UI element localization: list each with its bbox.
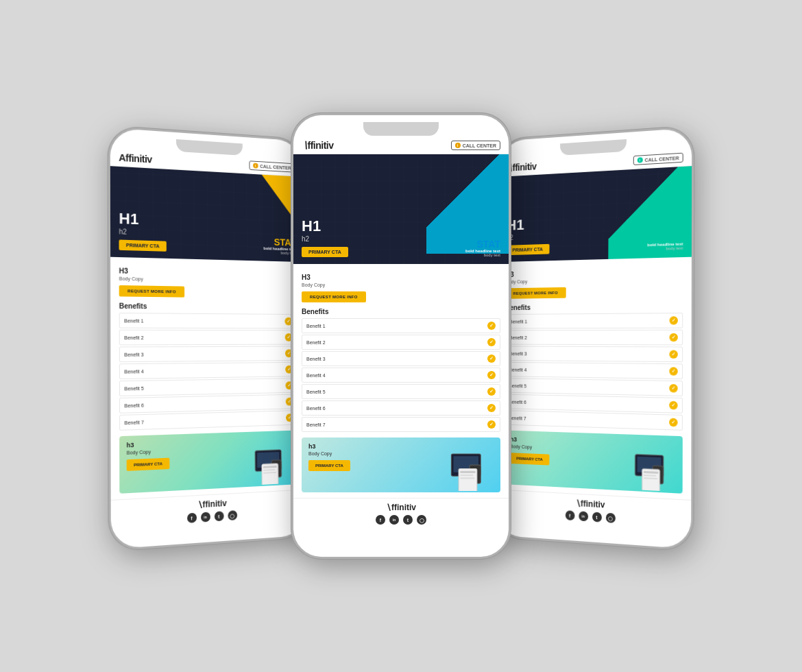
benefit-row: Benefit 3✓	[119, 346, 297, 363]
linkedin-icon[interactable]: in	[201, 512, 210, 522]
call-badge-center: i CALL CENTER	[451, 141, 500, 150]
screen-right: ∖ffinitiv i CALL CENTER H1 h2 Primary CT…	[495, 128, 692, 549]
benefit-row: Benefit 4✓	[302, 368, 500, 383]
phones-container: Affinitiv i CALL CENTER H1 h2 Primary CT…	[24, 113, 778, 559]
hero-stat-right: STAT bold headline text body text	[647, 232, 683, 251]
check-icon: ✓	[487, 338, 496, 346]
logo-right: ∖ffinitiv	[507, 161, 537, 173]
check-icon: ✓	[487, 322, 496, 330]
hero-cta-center[interactable]: Primary CTA	[302, 247, 348, 257]
linkedin-icon[interactable]: in	[389, 515, 399, 525]
screen-content-right: ∖ffinitiv i CALL CENTER H1 h2 Primary CT…	[495, 128, 692, 549]
check-icon: ✓	[670, 316, 678, 324]
benefit-row: Benefit 1✓	[505, 313, 683, 328]
hero-h1-right: H1	[507, 217, 550, 233]
content-right: H3 Body Copy REQUEST MORE INFO Benefits …	[496, 257, 692, 500]
hero-center: H1 h2 Primary CTA STAT bold headline tex…	[293, 154, 509, 264]
facebook-icon[interactable]: f	[565, 510, 574, 520]
twitter-icon[interactable]: t	[214, 511, 223, 521]
request-btn-right[interactable]: REQUEST MORE INFO	[505, 287, 566, 299]
check-icon: ✓	[669, 367, 677, 376]
hero-text-center: H1 h2 Primary CTA	[302, 219, 348, 257]
benefit-row: Benefit 5✓	[119, 378, 297, 396]
facebook-icon[interactable]: f	[187, 513, 197, 523]
phone-right: ∖ffinitiv i CALL CENTER H1 h2 Primary CT…	[493, 125, 694, 551]
bottom-cta-center: h3 Body Copy Primary CTA	[302, 437, 500, 492]
benefit-row: Benefit 5✓	[302, 384, 500, 399]
hero-text-left: H1 h2 Primary CTA	[119, 211, 166, 252]
devices-svg-left	[252, 442, 297, 485]
svg-rect-13	[460, 477, 474, 479]
benefit-row: Benefit 7✓	[119, 410, 298, 431]
stat-body-center: body text	[465, 253, 500, 257]
benefit-row: Benefit 3✓	[505, 346, 683, 363]
call-icon-center: i	[455, 143, 461, 148]
benefits-right: Benefits Benefit 1✓ Benefit 2✓ Benefit 3…	[504, 302, 683, 431]
instagram-icon[interactable]: ◯	[605, 513, 615, 523]
hero-stat-center: STAT bold headline text body text	[465, 239, 500, 257]
devices-svg-right	[631, 447, 681, 492]
notch-center	[363, 122, 439, 136]
check-icon: ✓	[487, 387, 496, 396]
footer-social-center: f in t ◯	[302, 515, 500, 525]
call-badge-right: i CALL CENTER	[633, 153, 683, 165]
primary-cta-btn-right[interactable]: Primary CTA	[510, 453, 550, 465]
benefit-row: Benefit 1✓	[302, 318, 500, 333]
call-icon-left: i	[253, 163, 258, 169]
phone-center: ∖ffinitiv i CALL CENTER H1 h2 Primary CT…	[291, 113, 511, 559]
hero-cta-right[interactable]: Primary CTA	[506, 244, 549, 255]
hero-h1-left: H1	[119, 211, 166, 228]
benefits-title-right: Benefits	[505, 302, 683, 312]
benefit-row: Benefit 4✓	[119, 362, 297, 379]
benefit-row: Benefit 1✓	[119, 313, 297, 328]
check-icon: ✓	[669, 333, 677, 341]
instagram-icon[interactable]: ◯	[228, 510, 237, 520]
twitter-icon[interactable]: t	[403, 515, 413, 525]
check-icon: ✓	[487, 420, 496, 429]
benefit-row: Benefit 7✓	[504, 410, 683, 431]
hero-h2-center: h2	[302, 235, 348, 243]
screen-center: ∖ffinitiv i CALL CENTER H1 h2 Primary CT…	[293, 115, 509, 557]
screen-content-center: ∖ffinitiv i CALL CENTER H1 h2 Primary CT…	[293, 115, 509, 557]
facebook-icon[interactable]: f	[376, 515, 385, 525]
check-icon: ✓	[487, 371, 496, 379]
hero-h1-center: H1	[302, 219, 348, 234]
check-icon: ✓	[487, 404, 496, 412]
primary-cta-btn-center[interactable]: Primary CTA	[308, 460, 350, 471]
screen-content-left: Affinitiv i CALL CENTER H1 h2 Primary CT…	[110, 128, 307, 549]
footer-center: ∖ffinitiv f in t ◯	[293, 498, 509, 530]
benefits-center: Benefits Benefit 1✓ Benefit 2✓ Benefit 3…	[302, 308, 500, 432]
request-btn-left[interactable]: REQUEST MORE INFO	[119, 285, 184, 298]
linkedin-icon[interactable]: in	[579, 511, 588, 521]
hero-text-right: H1 h2 Primary CTA	[506, 217, 550, 255]
benefit-row: Benefit 2✓	[302, 335, 500, 350]
call-badge-left: i CALL CENTER	[249, 160, 295, 172]
twitter-icon[interactable]: t	[592, 512, 602, 522]
hero-h2-right: h2	[506, 232, 549, 241]
devices-svg-center	[448, 446, 499, 491]
svg-rect-11	[460, 471, 476, 473]
header-center: ∖ffinitiv i CALL CENTER	[293, 136, 509, 154]
check-icon: ✓	[669, 401, 677, 410]
request-btn-center[interactable]: REQUEST MORE INFO	[302, 291, 366, 302]
benefit-row: Benefit 6✓	[302, 400, 500, 416]
benefit-row: Benefit 3✓	[302, 351, 500, 366]
hero-cta-left[interactable]: Primary CTA	[119, 240, 166, 252]
benefit-row: Benefit 7✓	[302, 417, 500, 432]
body-copy-center: Body Copy	[302, 283, 500, 287]
section-h3-center: H3	[302, 274, 500, 281]
hero-left: H1 h2 Primary CTA STAT bold headline tex…	[110, 166, 304, 262]
check-icon: ✓	[669, 350, 677, 359]
call-icon-right: i	[637, 157, 642, 163]
benefits-left: Benefits Benefit 1✓ Benefit 2✓ Benefit 3…	[119, 302, 298, 431]
svg-rect-12	[460, 475, 473, 476]
hero-h2-left: h2	[119, 228, 166, 237]
benefit-row: Benefit 5✓	[505, 378, 683, 396]
check-icon: ✓	[669, 384, 677, 393]
logo-center: ∖ffinitiv	[302, 140, 334, 151]
check-icon: ✓	[487, 355, 496, 363]
logo-left: Affinitiv	[119, 152, 152, 165]
content-center: H3 Body Copy REQUEST MORE INFO Benefits …	[293, 264, 509, 498]
primary-cta-btn-left[interactable]: Primary CTA	[127, 458, 170, 471]
instagram-icon[interactable]: ◯	[417, 515, 426, 525]
